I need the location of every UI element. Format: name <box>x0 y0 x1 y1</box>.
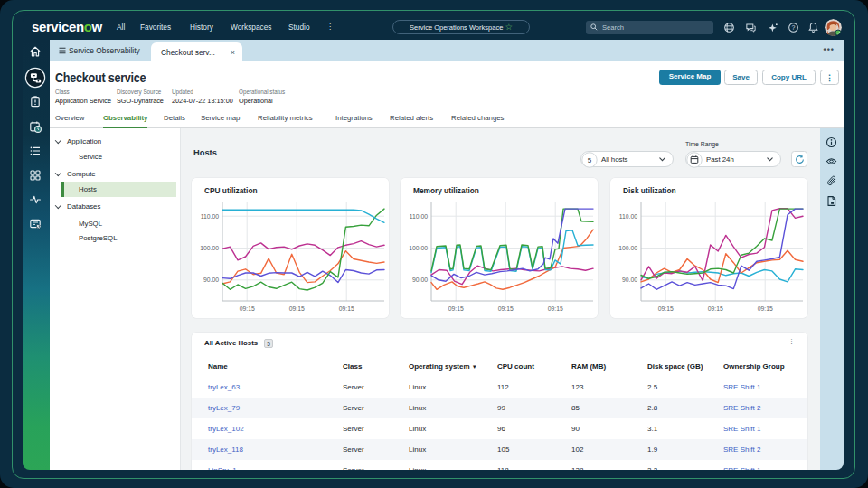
svg-text:5: 5 <box>587 156 591 164</box>
svg-text:110.00: 110.00 <box>201 213 220 220</box>
svg-text:09:15: 09:15 <box>548 305 563 312</box>
svg-text:90.00: 90.00 <box>622 277 637 283</box>
svg-text:09:15: 09:15 <box>658 305 674 312</box>
svg-text:?: ? <box>792 24 796 31</box>
svg-text:09:15: 09:15 <box>498 305 514 312</box>
svg-text:09:15: 09:15 <box>758 305 773 312</box>
svg-text:110.00: 110.00 <box>410 213 429 220</box>
svg-text:100.00: 100.00 <box>618 245 637 251</box>
svg-text:09:15: 09:15 <box>708 305 723 312</box>
svg-text:90.00: 90.00 <box>412 277 428 283</box>
svg-text:09:15: 09:15 <box>240 305 255 312</box>
svg-text:09:15: 09:15 <box>448 305 464 312</box>
svg-text:110.00: 110.00 <box>619 213 638 220</box>
svg-text:90.00: 90.00 <box>203 277 219 283</box>
svg-text:09:15: 09:15 <box>289 305 305 312</box>
svg-text:100.00: 100.00 <box>200 245 219 251</box>
svg-text:100.00: 100.00 <box>409 245 428 251</box>
svg-text:09:15: 09:15 <box>339 305 354 312</box>
